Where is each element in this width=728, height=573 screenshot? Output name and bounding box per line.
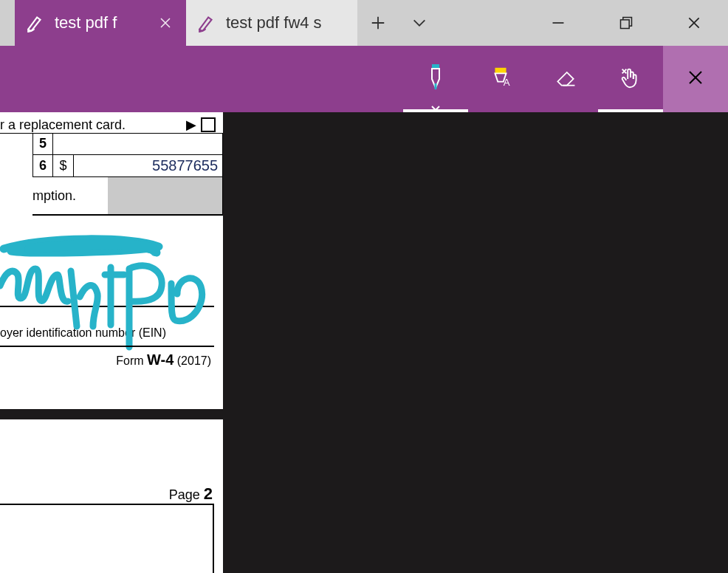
svg-text:A: A [504, 77, 510, 88]
svg-rect-1 [621, 20, 630, 29]
pen-icon [196, 13, 217, 33]
right-triangle-icon: ▶ [186, 117, 196, 133]
pdf-page-1: r a replacement card. ▶ 5 6 $ 55877655 m… [0, 112, 223, 409]
page-number-label: Page 2 [169, 484, 213, 504]
form-footer: Form W-4 (2017) [0, 351, 211, 368]
form-row-exemption: mption. [32, 177, 223, 216]
window-minimize-button[interactable] [524, 0, 592, 46]
window-close-button[interactable] [660, 0, 728, 46]
new-tab-button[interactable] [357, 0, 399, 46]
tab-close-button[interactable] [155, 13, 176, 33]
ink-toolbar: A [0, 46, 728, 112]
pdf-page-2: Page 2 [0, 419, 223, 573]
tab-active[interactable]: test pdf f [15, 0, 186, 46]
page-word: Page [169, 487, 200, 502]
tab-title: test pdf fw4 s [226, 13, 347, 32]
row-number: 5 [32, 133, 53, 154]
svg-rect-3 [495, 68, 506, 74]
ballpoint-pen-icon [424, 63, 447, 95]
form-grid: 5 6 $ 55877655 mption. [32, 133, 223, 216]
page2-box [0, 504, 214, 573]
tab-title: test pdf f [55, 13, 146, 32]
page-separator-rule [0, 346, 214, 347]
greyed-cell [108, 177, 223, 214]
dollar-sign: $ [53, 155, 74, 176]
touch-writing-button[interactable] [598, 46, 663, 112]
replacement-card-text: r a replacement card. [0, 117, 182, 133]
row6-value: 55877655 [74, 155, 223, 176]
checkbox-empty[interactable] [201, 117, 216, 132]
row-value [53, 133, 223, 154]
chevron-down-icon [430, 102, 441, 109]
row-number: 6 [32, 155, 53, 176]
form-row-5: 5 [32, 133, 223, 155]
touch-hand-icon [618, 65, 643, 93]
window-maximize-button[interactable] [592, 0, 660, 46]
tab-overflow-button[interactable] [399, 0, 440, 46]
eraser-tool-button[interactable] [533, 46, 598, 112]
tab-list: test pdf f test pdf fw4 s [0, 0, 357, 46]
tab-inactive[interactable]: test pdf fw4 s [186, 0, 357, 46]
signature-area: oyer identification number (EIN) [0, 239, 223, 335]
document-viewport[interactable]: r a replacement card. ▶ 5 6 $ 55877655 m… [0, 112, 728, 573]
form-year: (2017) [177, 354, 211, 367]
highlighter-icon: A [488, 65, 513, 93]
close-icon [687, 69, 704, 89]
form-prefix: Form [116, 354, 143, 367]
exemption-text: mption. [32, 177, 108, 214]
eraser-icon [554, 66, 577, 92]
pen-icon [25, 13, 46, 33]
title-bar: test pdf f test pdf fw4 s [0, 0, 728, 46]
highlighter-tool-button[interactable]: A [468, 46, 533, 112]
page-number: 2 [204, 484, 213, 503]
form-row-6: 6 $ 55877655 [32, 155, 223, 177]
replacement-card-line: r a replacement card. ▶ [0, 117, 216, 133]
signature-line [0, 306, 214, 307]
pen-tool-button[interactable] [403, 46, 468, 112]
title-bar-spacer [440, 0, 524, 46]
form-name: W-4 [147, 351, 174, 368]
ein-label: oyer identification number (EIN) [0, 326, 166, 340]
ink-toolbar-close-button[interactable] [663, 46, 728, 112]
